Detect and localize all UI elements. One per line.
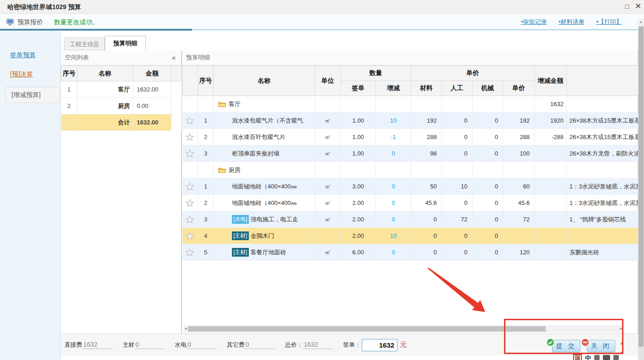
link-print[interactable]: •【打印】 xyxy=(596,18,622,25)
row-unit-price: 72 xyxy=(503,211,535,228)
sidebar-item-sign-budget[interactable]: 签单预算 xyxy=(10,51,60,59)
category-badge: [水电] xyxy=(232,215,249,224)
sidebar: 签单预算 [预]决算 [增减预算] xyxy=(0,31,61,360)
space-col-amount: 金额 xyxy=(133,66,172,81)
fee-field: 总价：1632 xyxy=(285,341,333,349)
row-qty-sign: 3.00 xyxy=(341,178,376,195)
space-row-amount: 1632.00 xyxy=(133,81,172,98)
sidebar-item-pre-settlement[interactable]: [预]决算 xyxy=(10,70,60,79)
vertical-scrollbar-thumb[interactable] xyxy=(639,27,644,347)
row-change-amount xyxy=(535,195,567,211)
collapse-panel-button[interactable]: « xyxy=(172,50,176,65)
ime-pointer-icon[interactable] xyxy=(594,355,600,360)
star-icon[interactable] xyxy=(186,215,194,222)
row-material-price: 0 xyxy=(411,228,442,244)
link-material-list[interactable]: •材料清单 xyxy=(558,18,585,25)
row-seq: 5 xyxy=(198,244,214,261)
detail-row[interactable]: 2混水漆百叶包暖气片㎡1.00-128800288-28826×38木方或15厘… xyxy=(182,129,639,145)
close-button[interactable]: 关 闭 xyxy=(587,340,615,352)
row-seq: 2 xyxy=(198,195,214,211)
row-labor-price: 0 xyxy=(442,113,472,129)
detail-row[interactable]: 2地面铺地砖（400×400㎜㎡2.00045.60045.61：3水泥砂浆铺底… xyxy=(182,195,639,211)
title-bar: 哈密绿地世界城1029 预算 □ ✕ xyxy=(0,0,644,14)
row-unit: ㎡ xyxy=(315,244,341,261)
row-qty-change[interactable]: -1 xyxy=(376,129,411,145)
ime-lang-icon[interactable]: 国 xyxy=(573,354,582,360)
app-window: 哈密绿地世界城1029 预算 □ ✕ 预算报价 数量更改成功。 •审批记录 •材… xyxy=(0,0,644,360)
row-unit-price: 45.6 xyxy=(503,195,535,211)
tab-budget-detail[interactable]: 预算明细 xyxy=(105,36,146,51)
row-qty-sign: 1.00 xyxy=(341,113,376,129)
detail-col-unit: 单位 xyxy=(315,66,341,96)
row-unit-price xyxy=(503,228,535,244)
space-row-name: 厨房 xyxy=(77,98,133,114)
space-table: 序号 名称 金额 1客厅1632.002厨房0.00 合计 1632.00 xyxy=(61,65,182,131)
fee-label: 直接费 xyxy=(64,341,82,349)
space-panel-title-text: 空间列表 xyxy=(65,54,89,61)
tab-project-info[interactable]: 工程主信息 xyxy=(64,38,105,50)
scrollbar-up-button[interactable]: ▲ xyxy=(638,18,644,26)
budget-detail-panel: 预算明细 序号 名称 单位 数量 单价 增减金额 xyxy=(182,50,638,333)
row-qty-change[interactable]: 10 xyxy=(376,113,411,129)
ime-mode-icon[interactable]: 中 xyxy=(585,354,591,360)
row-qty-change[interactable]: 0 xyxy=(376,244,411,261)
star-icon[interactable] xyxy=(186,232,194,239)
group-row[interactable]: 厨房 xyxy=(182,162,639,178)
group-row[interactable]: 客厅1632 xyxy=(182,96,639,113)
star-icon[interactable] xyxy=(186,150,194,156)
detail-row[interactable]: 3[水电]强电施工，电工走㎡2.0000720721、 “鸽牌”多股铜芯线 xyxy=(182,211,639,228)
space-list-panel: 空间列表 « 序号 名称 金额 1客厅1632.002厨房0.00 合计 163… xyxy=(61,50,182,333)
monitor-icon xyxy=(6,19,14,27)
ime-keyboard-icon[interactable] xyxy=(603,355,610,360)
space-table-header: 序号 名称 金额 xyxy=(61,66,182,81)
row-material-price: 192 xyxy=(411,113,442,129)
row-qty-change[interactable]: 0 xyxy=(376,145,411,162)
row-change-amount xyxy=(535,244,567,261)
mini-scrollbar[interactable]: ▲ ▼ xyxy=(618,340,625,356)
row-remark: 1：3水泥砂浆铺底，水泥浆结合 xyxy=(567,178,639,195)
ime-bar[interactable]: 国 中 xyxy=(573,354,619,360)
row-item-name: [水电]强电施工，电工走 xyxy=(214,211,315,228)
sign-total-input[interactable] xyxy=(362,339,397,351)
detail-row[interactable]: 1混水漆包暖气片（不含暖气㎡1.001019200192192026×38木方或… xyxy=(182,113,639,129)
scroll-up-icon[interactable]: ▲ xyxy=(618,340,625,346)
maximize-button[interactable]: □ xyxy=(622,1,632,11)
row-qty-change[interactable]: 0 xyxy=(376,211,411,228)
star-icon[interactable] xyxy=(186,117,194,124)
horizontal-scrollbar[interactable]: ◄ ► xyxy=(183,325,623,333)
scroll-left-arrow-icon[interactable]: ◄ xyxy=(184,326,188,332)
row-remark: 26×38木方或15厘木工板基层 xyxy=(567,129,639,145)
row-qty-change[interactable]: 0 xyxy=(376,178,411,195)
space-row-name: 客厅 xyxy=(77,81,133,98)
space-row[interactable]: 2厨房0.00 xyxy=(61,98,182,114)
row-unit-price: 120 xyxy=(503,244,535,261)
star-icon[interactable] xyxy=(186,183,194,189)
detail-row[interactable]: 5[主材]客餐厅地面砖㎡6.000000120东鹏抛光砖 xyxy=(182,244,639,261)
row-qty-change[interactable]: 0 xyxy=(376,195,411,211)
sidebar-item-change-budget[interactable]: [增减预算] xyxy=(5,87,60,103)
link-approval-record[interactable]: •审批记录 xyxy=(521,18,547,25)
space-col-filler xyxy=(172,66,182,81)
star-icon[interactable] xyxy=(186,199,194,206)
row-qty-sign: 2.00 xyxy=(341,211,376,228)
scroll-down-icon[interactable]: ▼ xyxy=(618,350,625,356)
row-change-amount xyxy=(535,178,567,195)
submit-button[interactable]: 提 交 xyxy=(552,340,580,352)
row-qty-sign: 6.00 xyxy=(341,244,376,261)
close-window-button[interactable]: ✕ xyxy=(633,1,643,11)
app-label: 预算报价 xyxy=(17,14,43,30)
horizontal-scrollbar-thumb[interactable] xyxy=(188,326,546,332)
scroll-right-arrow-icon[interactable]: ► xyxy=(619,326,623,332)
detail-col-change-amount: 增减金额 xyxy=(535,66,567,96)
star-icon[interactable] xyxy=(186,248,194,255)
row-remark xyxy=(567,228,639,244)
row-qty-change[interactable]: 10 xyxy=(376,228,411,244)
vertical-scrollbar[interactable]: ▲ xyxy=(638,18,644,360)
detail-row[interactable]: 3柜顶单面夹板封墙㎡1.000960010026×38木方龙骨，刷防火涂料 xyxy=(182,145,639,162)
row-item-name: [主材]客餐厅地面砖 xyxy=(214,244,315,261)
ime-options-icon[interactable] xyxy=(613,355,619,360)
star-icon[interactable] xyxy=(186,133,194,140)
detail-row[interactable]: 1地面铺地砖（400×400㎜㎡3.00050100601：3水泥砂浆铺底，水泥… xyxy=(182,178,639,195)
space-row[interactable]: 1客厅1632.00 xyxy=(61,81,182,98)
detail-row[interactable]: 4[主材]金隅木门2.0010000 xyxy=(182,228,639,244)
